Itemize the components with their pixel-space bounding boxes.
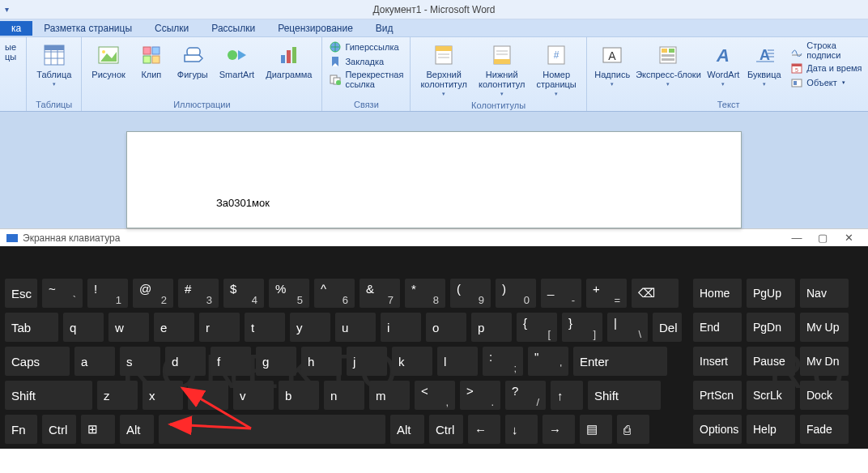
ribbon-btn-crossref[interactable]: Перекрестная ссылка xyxy=(329,70,403,89)
ribbon-btn-table[interactable]: Таблица ▾ xyxy=(33,40,74,89)
key-home[interactable]: Home xyxy=(693,279,742,308)
key-→[interactable]: → xyxy=(542,415,575,444)
ribbon-btn-textbox[interactable]: A Надпись ▾ xyxy=(594,40,632,89)
ribbon-btn-chart[interactable]: Диаграмма xyxy=(262,40,315,81)
ribbon-btn-partial[interactable]: ые цы xyxy=(2,40,19,63)
key-;[interactable]: :; xyxy=(483,347,523,376)
key-q[interactable]: q xyxy=(63,313,104,342)
ribbon-btn-bookmark[interactable]: Закладка xyxy=(329,55,403,68)
key-dock[interactable]: Dock xyxy=(800,381,849,410)
key-ctrl[interactable]: Ctrl xyxy=(429,415,463,444)
key-.[interactable]: >. xyxy=(460,381,500,410)
key-pgdn[interactable]: PgDn xyxy=(747,313,795,342)
ribbon-btn-picture[interactable]: Рисунок xyxy=(88,40,129,81)
key-s[interactable]: s xyxy=(120,347,160,376)
key-pgup[interactable]: PgUp xyxy=(747,279,795,308)
key-help[interactable]: Help xyxy=(747,415,795,444)
ribbon-btn-dropcap[interactable]: A Буквица ▾ xyxy=(746,40,782,89)
key-alt[interactable]: Alt xyxy=(390,415,424,444)
ribbon-tab-mailings[interactable]: Рассылки xyxy=(200,21,266,36)
key-,[interactable]: <, xyxy=(415,381,455,410)
key-d[interactable]: d xyxy=(165,347,206,376)
ribbon-tab-active[interactable]: ка xyxy=(0,21,32,36)
ribbon-btn-wordart[interactable]: A WordArt ▾ xyxy=(705,40,741,89)
key-2[interactable]: @2 xyxy=(133,279,173,308)
key-e[interactable]: e xyxy=(154,313,194,342)
key-[interactable] xyxy=(159,415,385,444)
key-options[interactable]: Options xyxy=(693,415,742,444)
key-4[interactable]: $4 xyxy=(223,279,264,308)
key-][interactable]: }] xyxy=(562,313,602,342)
key-tab[interactable]: Tab xyxy=(5,313,58,342)
key-prtscn[interactable]: PrtScn xyxy=(693,381,742,410)
key-1[interactable]: !1 xyxy=(87,279,128,308)
key--[interactable]: _- xyxy=(541,279,581,308)
key-←[interactable]: ← xyxy=(468,415,500,444)
key-u[interactable]: u xyxy=(335,313,376,342)
key-b[interactable]: b xyxy=(279,381,319,410)
key-shift[interactable]: Shift xyxy=(588,381,661,410)
key-del[interactable]: Del xyxy=(653,313,682,342)
key-fn[interactable]: Fn xyxy=(5,415,37,444)
ribbon-btn-datetime[interactable]: 5 Дата и время xyxy=(790,62,863,75)
key-l[interactable]: l xyxy=(437,347,478,376)
ribbon-btn-smartart[interactable]: SmartArt xyxy=(216,40,257,81)
key-y[interactable]: y xyxy=(290,313,330,342)
key-'[interactable]: "' xyxy=(528,347,568,376)
key-insert[interactable]: Insert xyxy=(693,347,742,376)
key-shift[interactable]: Shift xyxy=(5,381,92,410)
key-alt[interactable]: Alt xyxy=(120,415,154,444)
key-\[interactable]: |\ xyxy=(607,313,648,342)
key-⎙[interactable]: ⎙ xyxy=(617,415,649,444)
document-area[interactable]: За0301мок xyxy=(0,112,868,228)
key-r[interactable]: r xyxy=(199,313,240,342)
key-g[interactable]: g xyxy=(256,347,296,376)
key-esc[interactable]: Esc xyxy=(5,279,37,308)
key-v[interactable]: v xyxy=(233,381,274,410)
osk-close-button[interactable]: ✕ xyxy=(836,232,862,244)
key-scrlk[interactable]: ScrLk xyxy=(747,381,795,410)
osk-minimize-button[interactable]: — xyxy=(784,232,810,244)
key-↑[interactable]: ↑ xyxy=(551,381,583,410)
ribbon-tab-view[interactable]: Вид xyxy=(364,21,405,36)
ribbon-btn-signature[interactable]: Строка подписи xyxy=(790,40,863,60)
key-↓[interactable]: ↓ xyxy=(505,415,538,444)
key-/[interactable]: ?/ xyxy=(505,381,546,410)
key-mv-up[interactable]: Mv Up xyxy=(800,313,849,342)
key-t[interactable]: t xyxy=(245,313,285,342)
ribbon-tab-references[interactable]: Ссылки xyxy=(143,21,200,36)
key-w[interactable]: w xyxy=(108,313,149,342)
key-ctrl[interactable]: Ctrl xyxy=(42,415,76,444)
key-9[interactable]: (9 xyxy=(450,279,491,308)
key-i[interactable]: i xyxy=(381,313,421,342)
key-f[interactable]: f xyxy=(211,347,251,376)
key-[[interactable]: {[ xyxy=(517,313,557,342)
key-▤[interactable]: ▤ xyxy=(580,415,612,444)
key-caps[interactable]: Caps xyxy=(5,347,70,376)
key-nav[interactable]: Nav xyxy=(800,279,849,308)
document-page[interactable]: За0301мок xyxy=(126,131,742,228)
osk-maximize-button[interactable]: ▢ xyxy=(810,232,836,244)
key-k[interactable]: k xyxy=(392,347,432,376)
key-z[interactable]: z xyxy=(97,381,138,410)
key-mv-dn[interactable]: Mv Dn xyxy=(800,347,849,376)
ribbon-btn-pagenumber[interactable]: # Номер страницы ▾ xyxy=(534,40,580,99)
ribbon-btn-hyperlink[interactable]: Гиперссылка xyxy=(329,40,403,53)
qat-dropdown-icon[interactable]: ▾ xyxy=(5,5,9,14)
key-h[interactable]: h xyxy=(301,347,342,376)
key-6[interactable]: ^6 xyxy=(314,279,355,308)
key-a[interactable]: a xyxy=(74,347,115,376)
key-j[interactable]: j xyxy=(347,347,387,376)
key-o[interactable]: o xyxy=(426,313,466,342)
ribbon-btn-footer[interactable]: Нижний колонтитул ▾ xyxy=(475,40,529,99)
key-7[interactable]: &7 xyxy=(360,279,400,308)
ribbon-btn-object[interactable]: Объект ▾ xyxy=(790,76,863,89)
ribbon-btn-shapes[interactable]: Фигуры xyxy=(174,40,211,81)
key-=[interactable]: += xyxy=(586,279,627,308)
key-n[interactable]: n xyxy=(324,381,364,410)
ribbon-btn-clip[interactable]: Клип xyxy=(134,40,169,81)
key-⌫[interactable]: ⌫ xyxy=(632,279,679,308)
key-0[interactable]: )0 xyxy=(496,279,536,308)
ribbon-tab-review[interactable]: Рецензирование xyxy=(266,21,364,36)
key-3[interactable]: #3 xyxy=(178,279,219,308)
